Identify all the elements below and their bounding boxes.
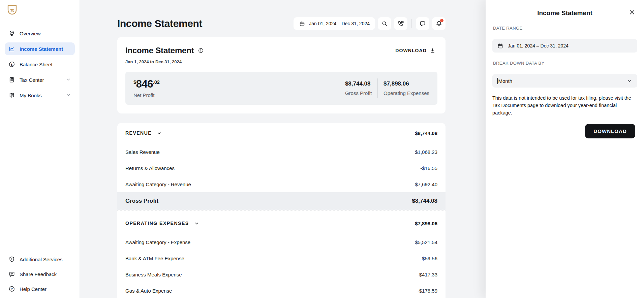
text-cursor [497, 78, 498, 84]
notification-dot [440, 19, 443, 22]
sidebar-item-tax-center[interactable]: Tax Center [5, 73, 75, 86]
net-profit-label: Net Profit [133, 92, 159, 98]
sidebar-item-label: Share Feedback [20, 271, 57, 277]
report-table-card: REVENUE $8,744.08 Sales Revenue $1,068.2… [117, 123, 446, 298]
operating-expenses-metric: $7,898.06 Operating Expenses [384, 80, 429, 96]
row-label: Business Meals Expense [125, 272, 182, 277]
download-icon [430, 48, 435, 54]
operating-expenses-label: Operating Expenses [384, 90, 429, 96]
sidebar-item-balance-sheet[interactable]: $ Balance Sheet [5, 58, 75, 71]
row-value: $5,521.54 [415, 239, 437, 245]
row-label: Awaiting Category - Revenue [125, 181, 191, 187]
row-value: $8,744.08 [412, 198, 437, 204]
phone-clock-icon [397, 20, 404, 27]
report-download-button[interactable]: DOWNLOAD [393, 47, 437, 54]
shield-plus-icon [8, 256, 15, 263]
date-range-text: Jan 01, 2024 – Dec 31, 2024 [309, 21, 370, 26]
sidebar-item-help-center[interactable]: ? Help Center [5, 283, 75, 295]
dotted-divider [117, 210, 446, 210]
panel-date-range-value: Jan 01, 2024 – Dec 31, 2024 [508, 43, 569, 48]
table-row: Awaiting Category - Expense $5,521.54 [117, 234, 446, 250]
app-logo[interactable]: π [5, 3, 19, 18]
sidebar-item-my-books[interactable]: My Books [5, 89, 75, 102]
section-title: REVENUE [125, 130, 152, 136]
page-header: Income Statement Jan 01, 2024 – Dec 31, … [117, 16, 446, 31]
gross-profit-value: $8,744.08 [345, 80, 372, 87]
sidebar-item-label: My Books [20, 93, 42, 98]
sidebar-item-label: Balance Sheet [20, 62, 53, 67]
section-total: $8,744.08 [415, 130, 437, 136]
breakdown-select[interactable]: Month [492, 74, 637, 88]
section-header-operating-expenses[interactable]: OPERATING EXPENSES $7,898.06 [117, 215, 446, 231]
sidebar-item-overview[interactable]: Overview [5, 27, 75, 40]
sidebar-item-label: Help Center [20, 286, 47, 292]
row-label: Returns & Allowances [125, 165, 175, 171]
sidebar-item-label: Overview [20, 31, 41, 36]
page-title: Income Statement [117, 18, 202, 29]
table-row: Awaiting Category - Revenue $7,692.40 [117, 176, 446, 192]
sidebar-item-label: Tax Center [20, 77, 44, 83]
help-circle-icon: ? [8, 286, 15, 292]
sidebar-item-label: Additional Services [20, 257, 63, 262]
section-total: $7,898.06 [415, 221, 437, 226]
row-value: $7,692.40 [415, 181, 437, 187]
table-row: Bank & ATM Fee Expense $59.56 [117, 250, 446, 266]
row-label: Awaiting Category - Expense [125, 239, 190, 245]
line-chart-icon [8, 45, 15, 52]
dollar-circle-icon: $ [8, 61, 15, 68]
sidebar-item-additional-services[interactable]: Additional Services [5, 253, 75, 266]
row-label: Gas & Auto Expense [125, 288, 172, 294]
summary-band: $846.02 Net Profit $8,744.08 Gross Profi… [125, 72, 437, 105]
sidebar-item-share-feedback[interactable]: Share Feedback [5, 268, 75, 280]
row-label: Bank & ATM Fee Expense [125, 256, 184, 261]
report-date-range: Jan 1, 2024 to Dec 31, 2024 [125, 59, 437, 64]
search-icon [381, 20, 388, 27]
call-button[interactable] [394, 17, 407, 30]
row-value: $1,068.23 [415, 149, 437, 155]
info-button[interactable] [198, 47, 204, 54]
calendar-icon [299, 21, 305, 27]
chevron-down-icon [66, 77, 71, 83]
chat-button[interactable] [416, 17, 429, 30]
section-header-revenue[interactable]: REVENUE $8,744.08 [117, 125, 446, 141]
shield-pi-logo-icon: π [5, 3, 19, 17]
sidebar-item-label: Income Statement [20, 46, 63, 52]
header-divider [411, 19, 412, 28]
notifications-button[interactable] [432, 17, 446, 30]
net-profit-value: $846.02 [133, 79, 159, 89]
report-settings-panel: Income Statement DATE RANGE Jan 01, 2024… [486, 0, 644, 298]
sidebar-item-income-statement[interactable]: Income Statement [5, 42, 75, 55]
svg-text:$: $ [11, 63, 13, 66]
panel-date-range-input[interactable]: Jan 01, 2024 – Dec 31, 2024 [492, 39, 637, 53]
sidebar: π Overview Income Statement [0, 0, 80, 298]
row-label: Gross Profit [125, 198, 158, 204]
chevron-down-icon [194, 221, 199, 226]
search-button[interactable] [378, 17, 391, 30]
lightbulb-icon [8, 30, 15, 37]
section-title: OPERATING EXPENSES [125, 221, 189, 226]
header-controls: Jan 01, 2024 – Dec 31, 2024 [294, 17, 446, 30]
table-row: Gas & Auto Expense -$178.59 [117, 283, 446, 298]
date-range-label: DATE RANGE [493, 26, 637, 31]
close-icon [629, 9, 635, 15]
close-panel-button[interactable] [629, 9, 635, 15]
date-range-picker[interactable]: Jan 01, 2024 – Dec 31, 2024 [294, 17, 375, 30]
book-icon [8, 92, 15, 99]
svg-text:π: π [10, 7, 14, 13]
report-title: Income Statement [125, 46, 194, 55]
gross-profit-row: Gross Profit $8,744.08 [117, 192, 446, 210]
table-row: Sales Revenue $1,068.23 [117, 144, 446, 160]
sidebar-nav: Overview Income Statement $ Balance Shee… [5, 27, 75, 102]
row-label: Sales Revenue [125, 149, 160, 155]
breakdown-selected-value: Month [498, 78, 513, 84]
breakdown-label: BREAK DOWN DATA BY [493, 61, 637, 66]
chevron-down-icon [66, 92, 71, 99]
chevron-down-icon [157, 131, 162, 136]
panel-title: Income Statement [537, 9, 592, 17]
row-value: -$16.55 [420, 165, 437, 171]
net-profit-metric: $846.02 Net Profit [133, 79, 159, 98]
report-summary-card: Income Statement DOWNLOAD [117, 37, 446, 113]
info-icon [198, 47, 204, 54]
panel-download-button[interactable]: DOWNLOAD [585, 124, 635, 138]
gross-profit-label: Gross Profit [345, 90, 372, 96]
